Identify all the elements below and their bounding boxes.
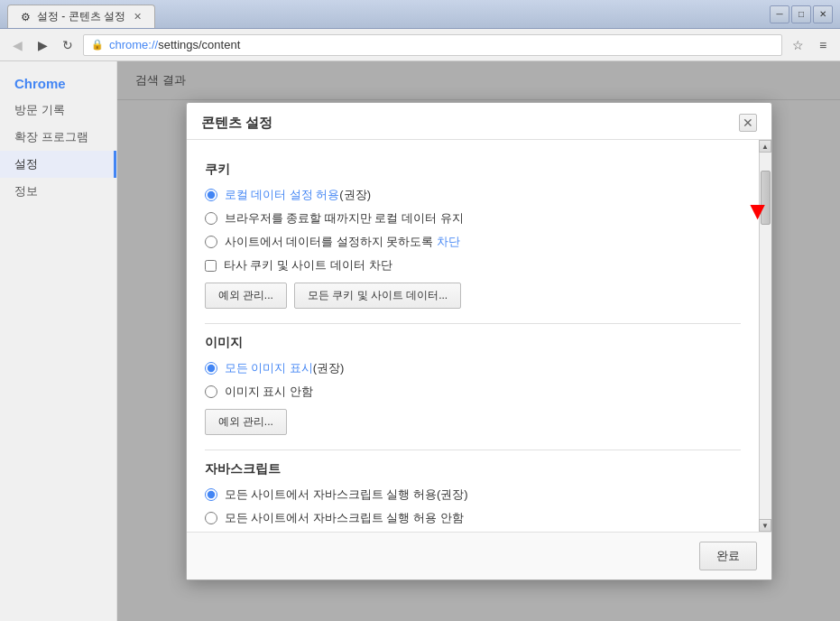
close-window-button[interactable]: ✕ xyxy=(813,5,833,23)
thirdparty-label: 타사 쿠키 및 사이트 데이터 차단 xyxy=(224,257,392,273)
address-bar-input[interactable]: 🔒 chrome://settings/content xyxy=(83,34,782,56)
sidebar-item-extensions[interactable]: 확장 프로그램 xyxy=(0,124,116,151)
chrome-menu-icon[interactable]: ≡ xyxy=(813,35,833,55)
url-display: chrome://settings/content xyxy=(109,38,774,51)
active-tab[interactable]: ⚙ 설정 - 콘텐츠 설정 ✕ xyxy=(7,5,155,28)
cookie-radio-1[interactable] xyxy=(205,189,217,201)
scrollbar-down-button[interactable]: ▼ xyxy=(759,519,771,532)
tab-close-button[interactable]: ✕ xyxy=(131,11,143,23)
scrollbar-track: ▲ ▼ ▼ xyxy=(759,140,771,532)
address-bar: ◀ ▶ ↻ 🔒 chrome://settings/content ☆ ≡ xyxy=(0,29,840,61)
modal-overlay: 콘텐츠 설정 ✕ 쿠키 로컬 데이터 설정 허용(권장) xyxy=(117,61,840,621)
sidebar-item-about[interactable]: 정보 xyxy=(0,178,116,205)
cookie-label-3: 사이트에서 데이터를 설정하지 못하도록 차단 xyxy=(225,234,460,250)
sidebar-title: Chrome xyxy=(0,70,116,97)
js-label-1: 모든 사이트에서 자바스크립트 실행 허용(권장) xyxy=(225,487,468,503)
forward-button[interactable]: ▶ xyxy=(32,35,52,55)
cookie-buttons: 예외 관리... 모든 쿠키 및 사이트 데이터... xyxy=(205,283,741,309)
image-option-2: 이미지 표시 안함 xyxy=(205,384,741,400)
image-option-1: 모든 이미지 표시(권장) xyxy=(205,360,741,376)
minimize-button[interactable]: ─ xyxy=(770,5,789,23)
cookie-label-2: 브라우저를 종료할 때까지만 로컬 데이터 유지 xyxy=(225,210,464,227)
js-radio-1[interactable] xyxy=(205,488,217,501)
image-buttons: 예외 관리... xyxy=(205,409,741,435)
cookies-section-title: 쿠키 xyxy=(205,162,741,178)
bookmark-star-icon[interactable]: ☆ xyxy=(788,35,808,55)
content-settings-dialog: 콘텐츠 설정 ✕ 쿠키 로컬 데이터 설정 허용(권장) xyxy=(186,102,772,580)
cookie-exceptions-button[interactable]: 예외 관리... xyxy=(205,283,287,309)
cookie-label-1: 로컬 데이터 설정 허용(권장) xyxy=(225,187,372,203)
sidebar-item-settings[interactable]: 설정 xyxy=(0,151,116,178)
tab-icon: ⚙ xyxy=(19,11,32,23)
cookie-option-2: 브라우저를 종료할 때까지만 로컬 데이터 유지 xyxy=(205,210,741,227)
cookie-radio-2[interactable] xyxy=(205,212,217,225)
image-label-2: 이미지 표시 안함 xyxy=(225,384,313,400)
window-controls: ─ □ ✕ xyxy=(770,5,833,23)
image-label-1: 모든 이미지 표시(권장) xyxy=(225,360,345,376)
done-button[interactable]: 완료 xyxy=(699,542,757,570)
dialog-body-wrap: 쿠키 로컬 데이터 설정 허용(권장) 브라우저를 종료할 때까지만 로컬 데이… xyxy=(187,140,771,532)
tab-area: ⚙ 설정 - 콘텐츠 설정 ✕ xyxy=(7,0,155,28)
cookie-radio-3[interactable] xyxy=(205,236,217,248)
all-cookies-button[interactable]: 모든 쿠키 및 사이트 데이터... xyxy=(294,283,461,309)
dialog-footer: 완료 xyxy=(187,532,771,579)
sidebar-item-history[interactable]: 방문 기록 xyxy=(0,97,116,124)
section-divider-2 xyxy=(205,450,741,450)
refresh-button[interactable]: ↻ xyxy=(58,35,78,55)
maximize-button[interactable]: □ xyxy=(791,5,811,23)
dialog-body: 쿠키 로컬 데이터 설정 허용(권장) 브라우저를 종료할 때까지만 로컬 데이… xyxy=(187,140,759,532)
dialog-close-button[interactable]: ✕ xyxy=(739,114,757,132)
sidebar: Chrome 방문 기록 확장 프로그램 설정 정보 xyxy=(0,61,117,621)
cookie-option-3: 사이트에서 데이터를 설정하지 못하도록 차단 xyxy=(205,234,741,250)
scrollbar-up-button[interactable]: ▲ xyxy=(759,140,771,153)
scroll-indicator: ▼ xyxy=(744,198,771,225)
content-area: 검색 결과 콘텐츠 설정 ✕ 쿠키 xyxy=(117,61,840,621)
back-button[interactable]: ◀ xyxy=(7,35,27,55)
thirdparty-cookie-option: 타사 쿠키 및 사이트 데이터 차단 xyxy=(205,257,741,273)
image-exceptions-button[interactable]: 예외 관리... xyxy=(205,409,287,435)
images-section-title: 이미지 xyxy=(205,335,741,351)
js-label-2: 모든 사이트에서 자바스크립트 실행 허용 안함 xyxy=(225,510,464,526)
lock-icon: 🔒 xyxy=(91,39,104,51)
scrollbar-thumb-area: ▼ xyxy=(760,153,771,519)
cookie-option-1: 로컬 데이터 설정 허용(권장) xyxy=(205,187,741,203)
js-radio-2[interactable] xyxy=(205,512,217,524)
image-radio-1[interactable] xyxy=(205,362,217,375)
javascript-section-title: 자바스크립트 xyxy=(205,461,741,477)
image-radio-2[interactable] xyxy=(205,385,217,398)
thirdparty-checkbox[interactable] xyxy=(205,260,217,272)
js-option-1: 모든 사이트에서 자바스크립트 실행 허용(권장) xyxy=(205,487,741,503)
js-option-2: 모든 사이트에서 자바스크립트 실행 허용 안함 xyxy=(205,510,741,526)
red-down-arrow-icon: ▼ xyxy=(745,199,771,224)
dialog-header: 콘텐츠 설정 ✕ xyxy=(187,103,771,140)
main-layout: Chrome 방문 기록 확장 프로그램 설정 정보 검색 결과 콘텐츠 설정 … xyxy=(0,61,840,621)
dialog-title: 콘텐츠 설정 xyxy=(201,115,272,132)
tab-label: 설정 - 콘텐츠 설정 xyxy=(37,9,125,24)
section-divider-1 xyxy=(205,323,741,324)
title-bar: ⚙ 설정 - 콘텐츠 설정 ✕ ─ □ ✕ xyxy=(0,0,840,29)
